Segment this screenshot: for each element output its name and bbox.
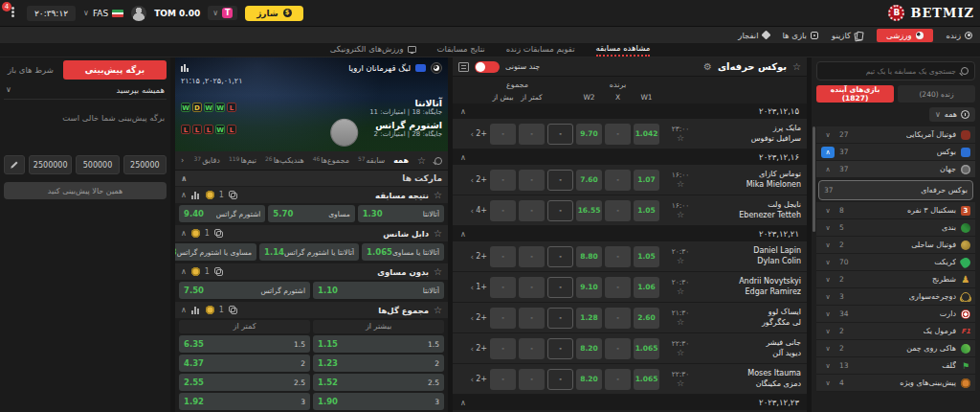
sidebar-item-american-football[interactable]: فوتبال آمریکایی 27 ∨ — [816, 126, 975, 144]
odds-total-line[interactable]: - — [547, 338, 573, 359]
player2-name[interactable]: دیوید آلن — [702, 349, 801, 358]
odds-option-home-dnb[interactable]: آتالانتا1.10 — [313, 282, 444, 299]
favorite-star-icon[interactable]: ☆ — [662, 348, 699, 358]
odds-w1[interactable]: 1.06 — [634, 277, 659, 298]
odds-w2[interactable]: 8.20 — [576, 338, 602, 359]
favorite-star-icon[interactable]: ☆ — [792, 61, 801, 72]
odds-option-away[interactable]: اشتورم گراتس9.40 — [179, 205, 265, 222]
link-icon[interactable] — [229, 306, 237, 314]
nav-item-crash[interactable]: انفجار — [738, 31, 768, 40]
sidebar-item-pro-boxing[interactable]: بوکس حرفه‌ای 37 — [818, 180, 973, 200]
odds-over[interactable]: - — [490, 124, 516, 145]
link-icon[interactable] — [214, 267, 223, 276]
odds-under[interactable]: - — [519, 277, 545, 298]
tab-open-bets[interactable]: شرط های باز — [4, 65, 57, 75]
match-row[interactable]: Moses Itaumaدمزی مکینگان ۲۲:۳۰☆ 1.065 - … — [453, 364, 807, 395]
charge-button[interactable]: شارژ $ — [245, 6, 303, 21]
nav-item-sports[interactable]: ورزشی — [877, 29, 933, 42]
odds-option-draw[interactable]: مساوی5.70 — [268, 205, 354, 222]
favorite-star-icon[interactable]: ☆ — [434, 190, 442, 200]
odds-under[interactable]: - — [519, 124, 545, 145]
tab-results[interactable]: نتایج مسابقات — [437, 44, 485, 56]
scrollbar-thumb[interactable] — [813, 126, 815, 232]
match-row[interactable]: جانی فیشردیوید آلن ۲۲:۳۰☆ 1.065 - 8.20 -… — [453, 333, 807, 364]
favorite-star-icon[interactable]: ☆ — [434, 305, 442, 315]
markets-section-header[interactable]: مارکت ها ∧ — [175, 171, 448, 186]
favorite-star-icon[interactable]: ☆ — [434, 266, 442, 277]
favorite-star-icon[interactable]: ☆ — [417, 155, 426, 166]
player1-name[interactable]: نایجل ولت — [702, 200, 801, 210]
tab-betslip[interactable]: برگه پیش‌بینی — [63, 60, 167, 80]
favorite-star-icon[interactable]: ☆ — [662, 378, 699, 389]
amount-button-2500000[interactable]: 2500000 — [29, 155, 72, 174]
player2-name[interactable]: لی مکگرگور — [702, 318, 801, 328]
sidebar-item-basketball-3x3[interactable]: 3 بسکتبال ۳ نفره 8 ∨ — [816, 202, 975, 219]
odds-over-2-5[interactable]: 2.51.52 — [313, 374, 444, 391]
odds-under-3[interactable]: 31.92 — [179, 393, 310, 410]
odds-over[interactable]: - — [490, 369, 516, 390]
amount-button-500000[interactable]: 500000 — [76, 155, 119, 174]
odds-total-line[interactable]: - — [547, 369, 573, 390]
sidebar-item-golf[interactable]: ⚑ گلف 13 ∨ — [816, 357, 975, 375]
menu-kebab-icon[interactable]: 4 — [6, 6, 19, 21]
language-selector[interactable]: ∨ FAS — [83, 9, 123, 18]
odds-total-line[interactable]: - — [547, 246, 573, 267]
odds-w1[interactable]: 1.065 — [634, 338, 659, 359]
favorite-star-icon[interactable]: ☆ — [662, 179, 699, 190]
tab-handicaps[interactable]: هندیکپ‌ها26 — [265, 156, 304, 165]
player2-name[interactable]: سرافیل توفوس — [702, 134, 801, 144]
odds-w2[interactable]: 8.20 — [576, 369, 602, 390]
odds-option-1x[interactable]: آتالانتا یا مساوی1.065 — [362, 243, 444, 261]
search-box[interactable] — [816, 61, 975, 80]
odds-under[interactable]: - — [519, 246, 545, 267]
tab-totals[interactable]: مجموع‌ها46 — [313, 156, 349, 165]
sidebar-item-darts[interactable]: دارت 34 ∨ — [816, 306, 975, 323]
match-row[interactable]: نایجل ولتEbenezer Tetteh ۱۶:۰۰☆ 1.05 - 1… — [453, 195, 807, 226]
player1-name[interactable]: مایک پرز — [702, 124, 801, 133]
odds-total-line[interactable]: - — [547, 308, 573, 329]
odds-total-line[interactable]: - — [547, 170, 573, 191]
favorite-star-icon[interactable]: ☆ — [434, 228, 442, 239]
stats-icon[interactable] — [191, 307, 201, 314]
player2-name[interactable]: Dylan Colin — [702, 257, 801, 266]
more-markets-button[interactable]: ‹1+ — [458, 283, 487, 292]
favorite-star-icon[interactable]: ☆ — [662, 133, 699, 144]
odds-w2[interactable]: 9.70 — [576, 124, 602, 145]
amount-button-250000[interactable]: 250000 — [123, 155, 167, 174]
odds-w2[interactable]: 9.10 — [576, 277, 602, 298]
player2-name[interactable]: Mika Mielonen — [702, 180, 801, 190]
match-row[interactable]: Andrii NovytskyiEdgar Ramirez ۲۰:۳۰☆ 1.0… — [453, 272, 807, 303]
tab-view-match[interactable]: مشاهده مسابقه — [596, 43, 651, 57]
odds-option-x2[interactable]: مساوی یا اشتورم گراتس3.33 — [175, 243, 256, 261]
chevron-left-icon[interactable]: ‹ — [181, 156, 184, 165]
odds-x[interactable]: - — [605, 308, 631, 329]
odds-option-12[interactable]: آتالانتا یا اشتورم گراتس1.14 — [259, 243, 359, 261]
player2-name[interactable]: دمزی مکینگان — [702, 379, 801, 389]
sidebar-item-world[interactable]: جهان 37 ∧ — [816, 161, 975, 178]
odds-x[interactable]: - — [605, 369, 631, 390]
sidebar-item-boxing[interactable]: بوکس 37 ∧ — [816, 144, 975, 161]
odds-under-1-5[interactable]: 1.56.35 — [179, 335, 310, 353]
odds-under[interactable]: - — [519, 308, 545, 329]
odds-w1[interactable]: 1.05 — [634, 200, 659, 221]
sidebar-item-formula-1[interactable]: F1 فرمول یک 2 ∨ — [816, 323, 975, 340]
odds-w1[interactable]: 1.05 — [634, 246, 659, 267]
currency-selector[interactable]: ∨ T — [208, 6, 237, 20]
market-header-result[interactable]: ☆نتیجه مسابقه ∧1 — [175, 187, 448, 203]
odds-w2[interactable]: 8.80 — [576, 246, 602, 267]
odds-over[interactable]: - — [490, 277, 516, 298]
odds-total-line[interactable]: - — [547, 200, 573, 221]
odds-over-1-5[interactable]: 1.51.15 — [313, 335, 444, 353]
more-markets-button[interactable]: ‹2+ — [458, 129, 487, 139]
odds-w1[interactable]: 1.065 — [634, 369, 659, 390]
tab-minutes[interactable]: دقایق37 — [194, 156, 220, 165]
player1-name[interactable]: Moses Itauma — [702, 369, 801, 378]
stats-icon[interactable] — [191, 192, 201, 199]
odds-over[interactable]: - — [490, 338, 516, 359]
link-icon[interactable] — [214, 229, 223, 238]
odds-over[interactable]: - — [490, 246, 516, 267]
nav-item-casino[interactable]: کازینو — [832, 31, 863, 40]
more-markets-button[interactable]: ‹2+ — [458, 344, 487, 354]
odds-under[interactable]: - — [519, 200, 545, 221]
gear-icon[interactable]: ⚙ — [703, 61, 712, 72]
